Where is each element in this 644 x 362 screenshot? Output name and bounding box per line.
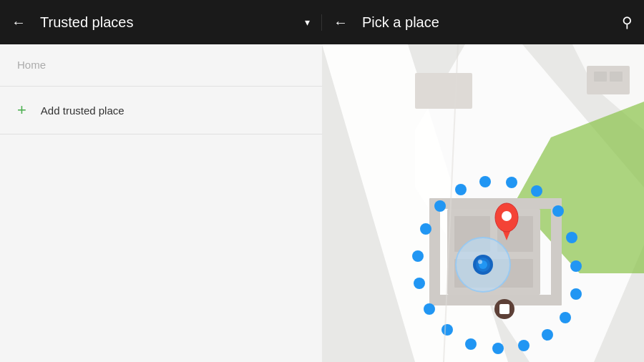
home-label: Home — [17, 59, 46, 71]
svg-point-19 — [552, 205, 564, 217]
pick-place-title: Pick a place — [362, 14, 622, 31]
svg-rect-12 — [415, 73, 472, 109]
dropdown-arrow-icon[interactable]: ▾ — [305, 16, 310, 28]
svg-point-43 — [502, 211, 512, 221]
home-item[interactable]: Home — [0, 44, 322, 87]
map-panel[interactable] — [322, 44, 644, 362]
svg-point-26 — [412, 250, 424, 262]
svg-point-32 — [518, 340, 530, 351]
svg-rect-10 — [594, 72, 607, 82]
add-trusted-label: Add trusted place — [41, 104, 125, 117]
svg-point-25 — [420, 223, 431, 235]
svg-rect-15 — [429, 198, 440, 305]
map-view — [322, 44, 644, 362]
svg-point-23 — [455, 184, 467, 195]
trusted-places-panel: Home + Add trusted place — [0, 44, 322, 362]
pick-place-header: ← Pick a place ⚲ — [322, 14, 644, 31]
main-content: Home + Add trusted place — [0, 44, 644, 362]
trusted-places-title: Trusted places — [40, 14, 299, 31]
svg-rect-9 — [587, 66, 630, 94]
app-header: ← Trusted places ▾ ← Pick a place ⚲ — [0, 0, 644, 44]
svg-point-35 — [570, 288, 582, 300]
search-icon[interactable]: ⚲ — [622, 14, 633, 31]
svg-rect-13 — [436, 198, 555, 209]
svg-point-20 — [531, 185, 542, 197]
svg-rect-14 — [436, 295, 555, 305]
svg-point-27 — [414, 278, 425, 289]
svg-point-28 — [424, 303, 435, 315]
svg-point-24 — [434, 200, 446, 212]
svg-point-31 — [492, 343, 504, 354]
add-trusted-place-button[interactable]: + Add trusted place — [0, 87, 322, 134]
trusted-places-header: ← Trusted places ▾ — [0, 14, 322, 31]
svg-rect-11 — [610, 72, 623, 82]
svg-point-18 — [566, 232, 577, 243]
svg-point-30 — [465, 338, 477, 350]
svg-point-21 — [506, 177, 517, 188]
svg-point-29 — [441, 324, 453, 336]
back-button-left[interactable]: ← — [11, 14, 26, 31]
svg-point-17 — [570, 260, 582, 272]
svg-rect-47 — [499, 304, 509, 314]
back-button-right[interactable]: ← — [333, 14, 348, 31]
plus-icon: + — [17, 101, 26, 119]
svg-point-22 — [479, 176, 491, 187]
svg-point-33 — [542, 329, 553, 341]
svg-point-41 — [478, 260, 482, 264]
svg-point-34 — [560, 312, 571, 323]
